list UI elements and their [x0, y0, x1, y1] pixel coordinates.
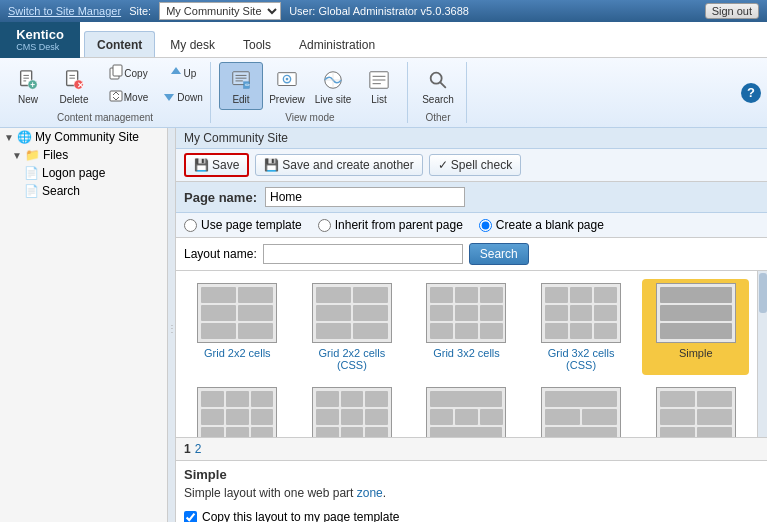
logo: Kentico CMS Desk [0, 22, 80, 58]
save-button[interactable]: 💾 Save [184, 153, 249, 177]
site-icon: 🌐 [17, 130, 32, 144]
list-button[interactable]: List [357, 62, 401, 110]
up-icon [168, 64, 184, 80]
layout-label-grid3x2: Grid 3x2 cells [433, 347, 500, 359]
sidebar-files-label: Files [43, 148, 68, 162]
layout-item-grid3x2css[interactable]: Grid 3x2 cells (CSS) [528, 279, 635, 375]
layout-search-row: Layout name: Search [176, 238, 767, 271]
signout-button[interactable]: Sign out [705, 3, 759, 19]
logobar: Kentico CMS Desk Content My desk Tools A… [0, 22, 767, 58]
layout-item-two-col[interactable]: Two columns [642, 383, 749, 437]
topbar: Switch to Site Manager Site: My Communit… [0, 0, 767, 22]
tab-mydesk[interactable]: My desk [157, 31, 228, 57]
move-button[interactable]: Move [98, 86, 158, 108]
page-2-link[interactable]: 2 [195, 442, 202, 456]
layout-thumb-grid2x2 [197, 283, 277, 343]
layout-thumb-top-three-bottom [426, 387, 506, 437]
copy-icon [108, 64, 124, 80]
other-group: Search Other [416, 62, 467, 123]
save-create-button[interactable]: 💾 Save and create another [255, 154, 422, 176]
live-site-button[interactable]: Live site [311, 62, 355, 110]
tab-administration[interactable]: Administration [286, 31, 388, 57]
inherit-option[interactable]: Inherit from parent page [318, 218, 463, 232]
layout-item-top-three-bottom[interactable]: Top row, three columns, bottom row [413, 383, 520, 437]
layout-thumb-grid3x2css [541, 283, 621, 343]
layout-search-input[interactable] [263, 244, 463, 264]
layout-item-three-col[interactable]: Three columns [184, 383, 291, 437]
tab-content[interactable]: Content [84, 31, 155, 57]
description-panel: Simple Simple layout with one web part z… [176, 461, 767, 506]
sidebar-item-logon[interactable]: 📄 Logon page [0, 164, 167, 182]
layout-scrollbar[interactable] [757, 271, 767, 437]
svg-marker-15 [164, 94, 174, 101]
use-template-radio[interactable] [184, 219, 197, 232]
layout-label-grid2x2: Grid 2x2 cells [204, 347, 271, 359]
page-1-link[interactable]: 1 [184, 442, 191, 456]
layout-item-grid3x2[interactable]: Grid 3x2 cells [413, 279, 520, 375]
page-icon: 📄 [24, 184, 39, 198]
delete-icon: ✕ [62, 68, 86, 92]
desc-text: Simple layout with one web part zone. [184, 486, 759, 500]
site-selector[interactable]: My Community Site [159, 2, 281, 20]
layout-label-grid2x2css: Grid 2x2 cells (CSS) [303, 347, 402, 371]
breadcrumb: My Community Site [176, 128, 767, 149]
copy-button[interactable]: Copy [98, 62, 158, 84]
sidebar-search-label: Search [42, 184, 80, 198]
user-info: User: Global Administrator v5.0.3688 [289, 5, 469, 17]
layout-label-grid3x2css: Grid 3x2 cells (CSS) [532, 347, 631, 371]
svg-text:✕: ✕ [77, 81, 84, 90]
nav-tabs: Content My desk Tools Administration [80, 22, 388, 57]
save-create-icon: 💾 [264, 158, 279, 172]
edit-icon: ✏ [229, 68, 253, 92]
desc-title: Simple [184, 467, 759, 482]
site-label: Site: [129, 5, 151, 17]
down-button[interactable]: Down [160, 86, 204, 108]
create-blank-option[interactable]: Create a blank page [479, 218, 604, 232]
content-mgmt-buttons: + New ✕ Delete Copy [6, 62, 204, 110]
delete-button[interactable]: ✕ Delete [52, 62, 96, 110]
help-button[interactable]: ? [741, 83, 761, 103]
layout-grid-container: Grid 2x2 cells Grid 2x2 cells (CSS) [176, 271, 767, 437]
edit-button[interactable]: ✏ Edit [219, 62, 263, 110]
view-mode-buttons: ✏ Edit Preview Live site List [219, 62, 401, 110]
svg-text:✏: ✏ [245, 81, 250, 88]
search-toolbar-button[interactable]: Search [416, 62, 460, 110]
up-button[interactable]: Up [160, 62, 204, 84]
layout-item-grid2x2css[interactable]: Grid 2x2 cells (CSS) [299, 279, 406, 375]
pagination: 1 2 [176, 437, 767, 461]
layout-item-top-two-bottom[interactable]: Top row, two columns, bottom row [528, 383, 635, 437]
layout-item-grid2x2[interactable]: Grid 2x2 cells [184, 279, 291, 375]
other-buttons: Search [416, 62, 460, 110]
layout-item-three-col-css[interactable]: Three columns (CSS) [299, 383, 406, 437]
layout-thumb-three-col [197, 387, 277, 437]
other-label: Other [425, 112, 450, 123]
inherit-radio[interactable] [318, 219, 331, 232]
layout-thumb-top-two-bottom [541, 387, 621, 437]
copy-template-checkbox[interactable] [184, 511, 197, 523]
desc-zone-link[interactable]: zone [357, 486, 383, 500]
copy-move-group: Copy Move [98, 62, 158, 110]
tab-tools[interactable]: Tools [230, 31, 284, 57]
layout-item-simple[interactable]: Simple [642, 279, 749, 375]
site-manager-link[interactable]: Switch to Site Manager [8, 5, 121, 17]
content-management-group: + New ✕ Delete Copy [6, 62, 211, 123]
list-icon [367, 68, 391, 92]
preview-button[interactable]: Preview [265, 62, 309, 110]
page-name-input[interactable] [265, 187, 465, 207]
page-name-row: Page name: [176, 182, 767, 213]
sidebar-resize-handle[interactable]: ⋮ [168, 128, 176, 522]
down-icon [161, 88, 177, 104]
layout-search-button[interactable]: Search [469, 243, 529, 265]
sidebar-item-files[interactable]: ▼ 📁 Files [0, 146, 167, 164]
content-mgmt-label: Content management [57, 112, 153, 123]
main-area: ▼ 🌐 My Community Site ▼ 📁 Files 📄 Logon … [0, 128, 767, 522]
use-template-option[interactable]: Use page template [184, 218, 302, 232]
sidebar-item-root[interactable]: ▼ 🌐 My Community Site [0, 128, 167, 146]
preview-icon [275, 68, 299, 92]
copy-template-label[interactable]: Copy this layout to my page template [202, 510, 399, 522]
spell-check-button[interactable]: ✓ Spell check [429, 154, 521, 176]
sidebar-item-search[interactable]: 📄 Search [0, 182, 167, 200]
new-button[interactable]: + New [6, 62, 50, 110]
copy-template-row: Copy this layout to my page template [176, 506, 767, 522]
create-blank-radio[interactable] [479, 219, 492, 232]
